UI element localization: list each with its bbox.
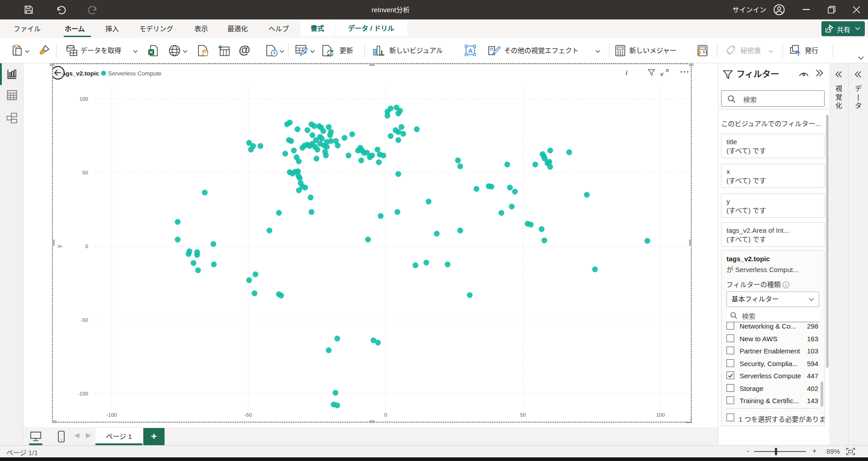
svg-text:A: A: [468, 47, 473, 54]
svg-text:-100: -100: [106, 412, 117, 418]
svg-text:-100: -100: [78, 391, 88, 396]
svg-text:50: 50: [520, 412, 526, 418]
svg-text:i: i: [626, 70, 627, 76]
svg-text:100: 100: [80, 96, 88, 102]
svg-text:-50: -50: [245, 412, 252, 418]
svg-text:-50: -50: [80, 317, 88, 323]
svg-text:100: 100: [656, 412, 665, 418]
svg-text:tags_v2.topic: tags_v2.topic: [60, 70, 99, 77]
svg-text:y: y: [56, 245, 62, 248]
svg-text:0: 0: [85, 244, 88, 249]
svg-text:50: 50: [82, 170, 88, 175]
svg-text:0: 0: [384, 412, 387, 418]
svg-text:Serverless Compute: Serverless Compute: [108, 70, 161, 77]
